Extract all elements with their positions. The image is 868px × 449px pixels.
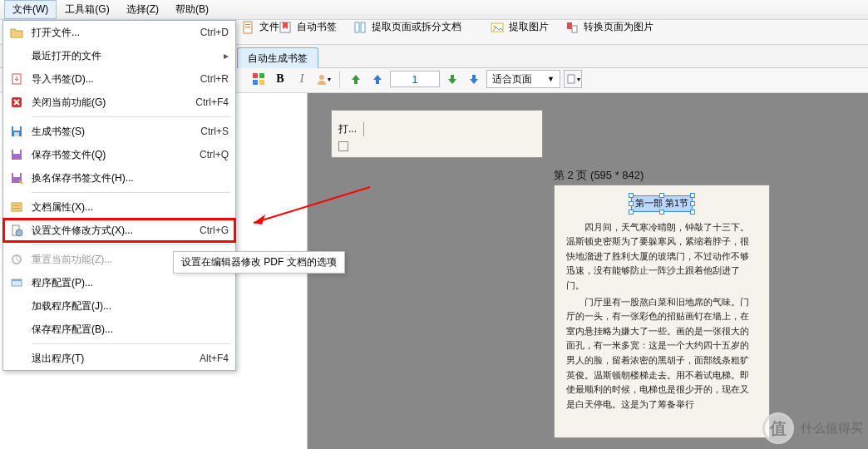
next-page-button[interactable] <box>465 70 483 88</box>
arrow-down-green-icon <box>446 73 458 85</box>
arrow-down-blue-icon <box>468 73 480 85</box>
tool-split-doc[interactable]: 提取页面或拆分文档 <box>353 20 461 34</box>
menu-program-config[interactable]: 程序配置(P)... <box>3 271 235 294</box>
menu-save-bookmark[interactable]: 保存书签文件(Q) Ctrl+Q <box>3 143 235 166</box>
svg-rect-19 <box>13 126 20 131</box>
menu-doc-properties[interactable]: 文档属性(X)... <box>3 195 235 219</box>
menu-save-config[interactable]: 保存程序配置(B)... <box>3 318 235 341</box>
user-button[interactable]: ▾ <box>314 70 333 88</box>
shortcut: Ctrl+R <box>200 73 229 85</box>
menu-exit[interactable]: 退出程序(T) Alt+F4 <box>3 347 235 370</box>
menu-item-label: 程序配置(P)... <box>32 276 229 290</box>
menu-separator <box>32 192 230 193</box>
view-mode-button[interactable]: ▾ <box>564 70 582 88</box>
svg-point-29 <box>16 229 22 236</box>
svg-rect-2 <box>245 27 250 27</box>
convert-icon <box>565 21 579 34</box>
menu-separator <box>32 244 230 245</box>
arrow-up-blue-icon <box>372 73 383 85</box>
separator <box>339 71 340 87</box>
svg-rect-12 <box>253 80 258 85</box>
menu-item-label: 退出程序(T) <box>32 352 190 366</box>
menu-recent-files[interactable]: 最近打开的文件 <box>3 44 235 67</box>
tool-extract-img[interactable]: 提取图片 <box>491 20 549 34</box>
arrow-up-green-icon <box>350 73 362 85</box>
menu-import-bookmark[interactable]: 导入书签(D)... Ctrl+R <box>3 67 235 91</box>
table-row: 打... <box>338 122 535 136</box>
save-icon <box>10 125 23 138</box>
page-1: 打... <box>331 110 543 158</box>
menu-save-as-bookmark[interactable]: 换名保存书签文件(H)... <box>3 166 235 190</box>
tool-open-file[interactable]: 文件 <box>241 20 279 34</box>
menu-set-file-modify[interactable]: 设置文件修改方式(X)... Ctrl+G <box>3 219 235 242</box>
tool-to-img[interactable]: 转换页面为图片 <box>565 20 653 34</box>
palette-icon <box>252 72 265 86</box>
menu-item-label: 换名保存书签文件(H)... <box>32 171 229 185</box>
shortcut: Ctrl+D <box>200 27 229 38</box>
menu-item-label: 设置文件修改方式(X)... <box>32 224 190 238</box>
svg-rect-10 <box>253 73 258 78</box>
menu-separator <box>32 343 230 344</box>
bold-button[interactable]: B <box>271 70 289 88</box>
menu-item-label: 导入书签(D)... <box>32 72 190 86</box>
tool-label: 文件 <box>259 20 279 34</box>
menu-open-file[interactable]: 打开文件... Ctrl+D <box>3 21 235 44</box>
menu-item-label: 保存程序配置(B)... <box>32 323 229 337</box>
selected-text-highlight[interactable]: 第一部 第1节 <box>631 195 693 212</box>
tool-label: 提取图片 <box>509 20 549 34</box>
annotation-arrow <box>237 183 374 229</box>
palette-button[interactable] <box>249 70 268 88</box>
highlight-text: 第一部 第1节 <box>635 198 688 208</box>
svg-rect-25 <box>12 203 22 211</box>
menu-generate-bookmark[interactable]: 生成书签(S) Ctrl+S <box>3 120 235 143</box>
menu-item-label: 加载程序配置(J)... <box>32 299 229 313</box>
menu-load-config[interactable]: 加载程序配置(J)... <box>3 294 235 318</box>
tool-label: 转换页面为图片 <box>584 20 653 34</box>
menu-file[interactable]: 文件(W) <box>4 0 57 19</box>
watermark: 值 什么值得买 <box>762 412 863 444</box>
svg-rect-22 <box>13 150 20 154</box>
page-number-input[interactable] <box>390 71 440 87</box>
save-bookmark-icon <box>10 148 23 161</box>
svg-rect-32 <box>12 279 22 281</box>
nav-up-button[interactable] <box>368 70 387 88</box>
tool-auto-bookmark[interactable]: 自动书签 <box>279 20 337 34</box>
svg-line-33 <box>254 187 370 223</box>
import-icon <box>10 72 23 86</box>
table-row <box>338 141 535 151</box>
save-as-icon <box>10 171 23 185</box>
reset-icon <box>10 253 23 266</box>
nav-down-button[interactable] <box>443 70 461 88</box>
file-menu-dropdown: 打开文件... Ctrl+D 最近打开的文件 导入书签(D)... Ctrl+R… <box>2 20 236 371</box>
menu-item-label: 打开文件... <box>32 26 190 40</box>
menu-select[interactable]: 选择(Z) <box>118 0 167 19</box>
image-icon <box>491 21 504 34</box>
document-viewport[interactable]: 打... 第 2 页 (595 * 842) 第一部 第1节 四月间，天气寒冷晴… <box>308 93 868 449</box>
page-layout-icon <box>565 73 577 85</box>
svg-rect-8 <box>567 22 572 29</box>
page1-cell-label: 打... <box>338 122 364 136</box>
svg-rect-24 <box>13 173 20 177</box>
close-icon <box>10 96 23 109</box>
shortcut: Ctrl+G <box>200 224 229 236</box>
menu-help[interactable]: 帮助(B) <box>167 0 217 19</box>
user-icon <box>316 73 328 85</box>
menu-item-label: 生成书签(S) <box>32 125 190 139</box>
zoom-select[interactable]: 适合页面▼ <box>486 70 560 88</box>
shortcut: Ctrl+Q <box>200 149 229 160</box>
menu-close-function[interactable]: 关闭当前功能(G) Ctrl+F4 <box>3 91 235 114</box>
italic-button[interactable]: I <box>293 70 311 88</box>
bookmark-icon <box>279 21 292 34</box>
svg-rect-4 <box>355 22 359 32</box>
menu-item-label: 最近打开的文件 <box>32 49 217 63</box>
properties-icon <box>10 200 23 214</box>
menu-toolbox[interactable]: 工具箱(G) <box>57 0 117 19</box>
gear-doc-icon <box>10 224 23 237</box>
prev-page-button[interactable] <box>347 70 365 88</box>
svg-rect-5 <box>361 22 365 32</box>
svg-marker-34 <box>254 215 265 224</box>
svg-point-14 <box>319 75 324 80</box>
zoom-label: 适合页面 <box>492 72 532 86</box>
tool-label: 自动书签 <box>297 20 337 34</box>
tab-auto-bookmark[interactable]: 自动生成书签 <box>237 47 318 69</box>
